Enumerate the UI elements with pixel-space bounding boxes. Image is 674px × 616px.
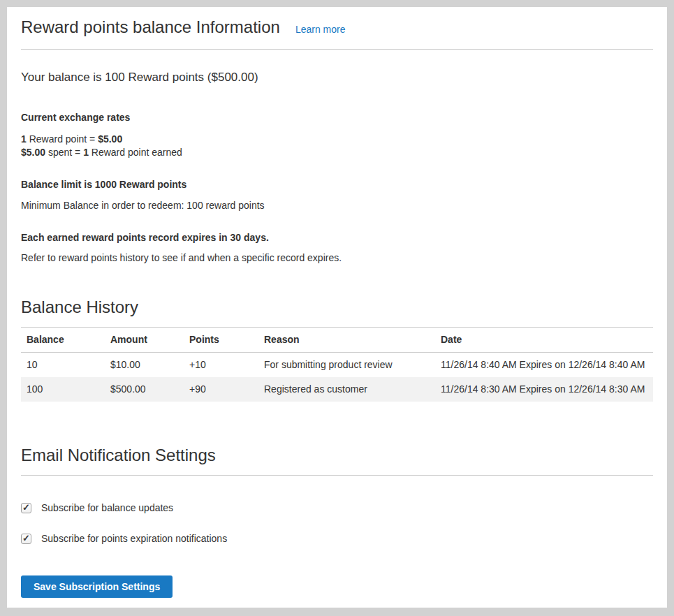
- exchange-rates-heading: Current exchange rates: [21, 111, 653, 124]
- expiration-heading: Each earned reward points record expires…: [21, 231, 653, 244]
- email-notification-section: Email Notification Settings Subscribe fo…: [21, 443, 653, 598]
- balance-updates-option[interactable]: Subscribe for balance updates: [21, 502, 653, 513]
- points-expiration-option[interactable]: Subscribe for points expiration notifica…: [21, 533, 653, 544]
- balance-summary: Your balance is 100 Reward points ($500.…: [21, 69, 653, 86]
- checkbox-label: Subscribe for balance updates: [41, 502, 173, 513]
- column-header-reason: Reason: [258, 328, 435, 353]
- cell-date: 11/26/14 8:40 AM Expires on 12/26/14 8:4…: [435, 353, 653, 378]
- learn-more-link[interactable]: Learn more: [295, 24, 346, 35]
- cell-reason: Registered as customer: [258, 377, 435, 402]
- cell-amount: $500.00: [105, 377, 184, 402]
- page-title: Reward points balance Information: [21, 15, 280, 39]
- checkbox-label: Subscribe for points expiration notifica…: [41, 533, 227, 544]
- table-row: 100 $500.00 +90 Registered as customer 1…: [21, 377, 653, 402]
- reward-points-card: Reward points balance Information Learn …: [7, 7, 667, 608]
- points-expiration-checkbox[interactable]: [21, 534, 31, 544]
- minimum-balance-text: Minimum Balance in order to redeem: 100 …: [21, 199, 653, 212]
- table-header-row: Balance Amount Points Reason Date: [21, 328, 653, 353]
- balance-updates-checkbox[interactable]: [21, 503, 31, 513]
- page-title-row: Reward points balance Information Learn …: [21, 15, 653, 50]
- balance-history-section: Balance History Balance Amount Points Re…: [21, 295, 653, 402]
- table-row: 10 $10.00 +10 For submitting product rev…: [21, 353, 653, 378]
- cell-amount: $10.00: [105, 353, 184, 378]
- email-settings-title: Email Notification Settings: [21, 443, 653, 476]
- expiration-note: Refer to reward points history to see if…: [21, 251, 653, 265]
- cell-date: 11/26/14 8:30 AM Expires on 12/26/14 8:3…: [435, 377, 653, 402]
- save-subscription-button[interactable]: Save Subscription Settings: [21, 575, 173, 598]
- cell-balance: 100: [21, 377, 105, 402]
- cell-balance: 10: [21, 353, 105, 378]
- exchange-rate-line-2: $5.00 spent = 1 Reward point earned: [21, 146, 653, 159]
- column-header-date: Date: [435, 328, 653, 353]
- exchange-rates-lines: 1 Reward point = $5.00 $5.00 spent = 1 R…: [21, 133, 653, 159]
- column-header-balance: Balance: [21, 328, 105, 353]
- column-header-points: Points: [184, 328, 258, 353]
- cell-points: +90: [184, 377, 258, 402]
- cell-reason: For submitting product review: [258, 353, 435, 378]
- balance-history-table: Balance Amount Points Reason Date 10 $10…: [21, 328, 653, 402]
- balance-history-title: Balance History: [21, 295, 653, 328]
- balance-limit-text: Balance limit is 1000 Reward points: [21, 178, 653, 191]
- column-header-amount: Amount: [105, 328, 184, 353]
- cell-points: +10: [184, 353, 258, 378]
- exchange-rate-line-1: 1 Reward point = $5.00: [21, 133, 653, 146]
